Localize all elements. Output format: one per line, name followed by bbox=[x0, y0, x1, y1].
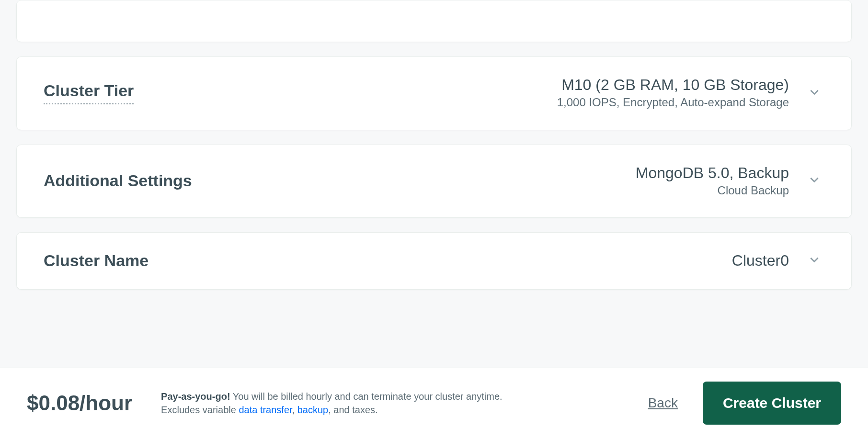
section-card-top bbox=[16, 0, 852, 42]
additional-settings-card[interactable]: Additional Settings MongoDB 5.0, Backup … bbox=[16, 145, 852, 218]
create-cluster-button[interactable]: Create Cluster bbox=[703, 382, 841, 425]
cluster-name-value: Cluster0 bbox=[732, 251, 789, 270]
chevron-down-icon bbox=[808, 253, 821, 268]
blurb-text-2: , and taxes. bbox=[328, 405, 377, 415]
chevron-down-icon bbox=[808, 86, 821, 100]
cluster-tier-summary: M10 (2 GB RAM, 10 GB Storage) 1,000 IOPS… bbox=[557, 75, 789, 111]
cluster-tier-title: Cluster Tier bbox=[44, 81, 134, 104]
cluster-tier-summary-sub: 1,000 IOPS, Encrypted, Auto-expand Stora… bbox=[557, 94, 789, 111]
back-button[interactable]: Back bbox=[648, 395, 678, 411]
additional-settings-summary: MongoDB 5.0, Backup Cloud Backup bbox=[636, 163, 789, 199]
additional-settings-summary-sub: Cloud Backup bbox=[636, 182, 789, 199]
cluster-tier-card[interactable]: Cluster Tier M10 (2 GB RAM, 10 GB Storag… bbox=[16, 56, 852, 130]
additional-settings-title: Additional Settings bbox=[44, 171, 192, 190]
data-transfer-link[interactable]: data transfer bbox=[239, 405, 292, 415]
additional-settings-summary-main: MongoDB 5.0, Backup bbox=[636, 163, 789, 182]
cluster-tier-summary-main: M10 (2 GB RAM, 10 GB Storage) bbox=[557, 75, 789, 94]
backup-link[interactable]: backup bbox=[297, 405, 329, 415]
footer-bar: $0.08/hour Pay-as-you-go! You will be bi… bbox=[0, 368, 868, 439]
cluster-name-card[interactable]: Cluster Name Cluster0 bbox=[16, 232, 852, 290]
chevron-down-icon bbox=[808, 173, 821, 188]
billing-blurb: Pay-as-you-go! You will be billed hourly… bbox=[161, 390, 525, 416]
cluster-name-summary: Cluster0 bbox=[732, 251, 789, 270]
blurb-sep: , bbox=[292, 405, 297, 415]
cluster-name-title: Cluster Name bbox=[44, 251, 148, 270]
blurb-bold: Pay-as-you-go! bbox=[161, 391, 230, 402]
price-label: $0.08/hour bbox=[27, 391, 132, 415]
